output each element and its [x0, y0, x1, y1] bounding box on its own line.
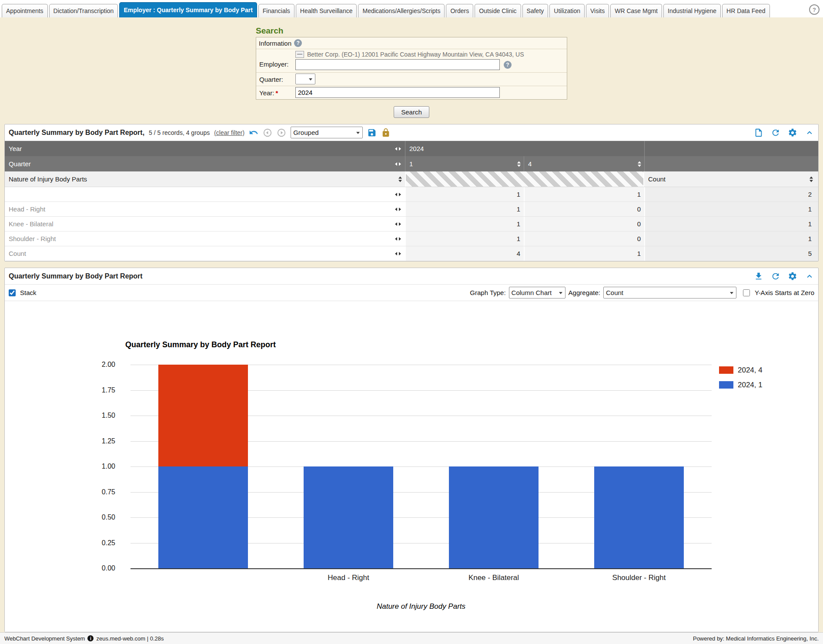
tab-employer-quarterly-summary-by-body-part[interactable]: Employer : Quarterly Summary by Body Par…	[119, 2, 257, 17]
tab-visits[interactable]: Visits	[586, 4, 609, 17]
group-hatch-area	[405, 171, 644, 187]
x-axis-line	[130, 568, 712, 569]
quarter-header-row: Quarter 1 4	[5, 156, 818, 171]
column-move-icon[interactable]	[395, 252, 401, 255]
year-row-label: Year	[9, 145, 22, 152]
cell-count: 5	[644, 246, 818, 261]
information-label: Information	[259, 40, 291, 47]
bar-segment[interactable]	[304, 466, 393, 568]
sort-icon[interactable]	[638, 161, 641, 167]
bar-segment[interactable]	[158, 365, 248, 466]
x-axis-title: Nature of Injury Body Parts	[130, 602, 712, 611]
stack-label[interactable]: Stack	[20, 289, 37, 296]
tab-health-surveillance[interactable]: Health Surveillance	[296, 4, 357, 17]
row-label: Head - Right	[9, 205, 45, 213]
year-input[interactable]	[295, 87, 500, 98]
legend-label: 2024, 4	[738, 366, 763, 375]
y-tick-label: 0.25	[5, 539, 115, 547]
graph-type-select[interactable]: Column Chart	[509, 287, 565, 299]
new-document-icon[interactable]	[754, 128, 763, 138]
collapse-panel-icon[interactable]	[805, 272, 814, 281]
y-axis-zero-checkbox[interactable]	[743, 289, 750, 296]
quarter-select[interactable]	[295, 74, 315, 84]
stack-checkbox[interactable]	[9, 289, 16, 296]
footer: WebChart Development System zeus.med-web…	[0, 632, 823, 644]
employer-remove-button[interactable]: —	[295, 51, 304, 58]
column-move-icon[interactable]	[395, 147, 401, 151]
tab-utilization[interactable]: Utilization	[549, 4, 585, 17]
tab-financials[interactable]: Financials	[258, 4, 294, 17]
search-section: Search Information Employer: — Better Co…	[256, 17, 567, 118]
tab-industrial-hygiene[interactable]: Industrial Hygiene	[663, 4, 721, 17]
y-tick-label: 1.25	[5, 437, 115, 445]
tab-hr-data-feed[interactable]: HR Data Feed	[722, 4, 769, 17]
tab-medications-allergies-scripts[interactable]: Medications/Allergies/Scripts	[358, 4, 445, 17]
bar-segment[interactable]	[594, 466, 684, 568]
collapse-panel-icon[interactable]	[805, 128, 814, 138]
column-move-icon[interactable]	[395, 222, 401, 226]
footer-app-name: WebChart Development System	[4, 635, 85, 642]
employer-search-input[interactable]	[295, 59, 500, 70]
column-move-icon[interactable]	[395, 208, 401, 211]
bar-segment[interactable]	[158, 466, 248, 568]
bar-segment[interactable]	[449, 466, 539, 568]
tab-safety[interactable]: Safety	[522, 4, 549, 17]
settings-gear-icon[interactable]	[788, 128, 797, 138]
search-button[interactable]: Search	[394, 106, 429, 118]
info-icon[interactable]	[87, 635, 94, 641]
chart-panel-title: Quarterly Summary by Body Part Report	[9, 272, 143, 280]
cell-quarter-1: 1	[405, 187, 524, 201]
table-panel-title: Quarterly Summary by Body Part Report,	[9, 129, 144, 137]
employer-label: Employer:	[256, 59, 295, 72]
tab-orders[interactable]: Orders	[446, 4, 473, 17]
history-back-icon	[263, 128, 272, 138]
y-axis-zero-label[interactable]: Y-Axis Starts at Zero	[755, 289, 814, 296]
column-move-icon[interactable]	[395, 193, 401, 196]
body-parts-label: Nature of Injury Body Parts	[9, 175, 87, 183]
sort-icon[interactable]	[398, 176, 402, 182]
clear-filter-link[interactable]: (clear filter)	[214, 129, 244, 136]
row-label: Shoulder - Right	[9, 235, 56, 242]
aggregate-select[interactable]: Count	[603, 287, 736, 299]
y-tick-label: 0.00	[5, 564, 115, 572]
cell-quarter-1: 1	[405, 217, 524, 231]
sort-icon[interactable]	[517, 161, 521, 167]
row-label-cell	[5, 187, 405, 201]
year-header-row: Year 2024	[5, 141, 818, 156]
save-icon[interactable]	[367, 128, 377, 138]
information-help-icon[interactable]	[294, 39, 302, 47]
row-label-cell: Count	[5, 246, 405, 261]
row-label-cell: Shoulder - Right	[5, 231, 405, 246]
cell-count: 2	[644, 187, 818, 201]
settings-gear-icon[interactable]	[788, 272, 797, 281]
quarter-row-label: Quarter	[9, 160, 31, 168]
row-label: Count	[9, 250, 26, 257]
graph-type-label: Graph Type:	[470, 289, 505, 296]
refresh-icon[interactable]	[771, 128, 780, 138]
tab-outside-clinic[interactable]: Outside Clinic	[475, 4, 521, 17]
cell-quarter-1: 1	[405, 202, 524, 216]
report-grid: Year 2024 Quarter 1 4 Nature of Injury B…	[5, 141, 818, 261]
lock-icon[interactable]	[381, 128, 391, 138]
cell-quarter-4: 1	[524, 187, 644, 201]
tab-wr-case-mgmt[interactable]: WR Case Mgmt	[610, 4, 662, 17]
help-icon[interactable]	[809, 4, 820, 15]
row-label-cell: Knee - Bilateral	[5, 217, 405, 231]
employer-help-icon[interactable]	[504, 61, 512, 69]
legend-swatch	[719, 381, 733, 389]
refresh-icon[interactable]	[771, 272, 780, 281]
download-icon[interactable]	[754, 272, 763, 281]
sort-icon[interactable]	[810, 176, 813, 182]
row-label-cell: Head - Right	[5, 202, 405, 216]
year-label: Year:*	[256, 87, 295, 98]
group-mode-select[interactable]: Grouped	[291, 127, 363, 138]
column-move-icon[interactable]	[395, 237, 401, 241]
cell-quarter-4: 0	[524, 231, 644, 246]
table-row: Head - Right101	[5, 202, 818, 217]
column-move-icon[interactable]	[395, 162, 401, 166]
tab-appointments[interactable]: Appointments	[2, 4, 48, 17]
undo-icon[interactable]	[249, 128, 258, 138]
y-tick-label: 1.50	[5, 412, 115, 419]
tab-dictation-transcription[interactable]: Dictation/Transcription	[49, 4, 118, 17]
cell-quarter-4: 0	[524, 217, 644, 231]
